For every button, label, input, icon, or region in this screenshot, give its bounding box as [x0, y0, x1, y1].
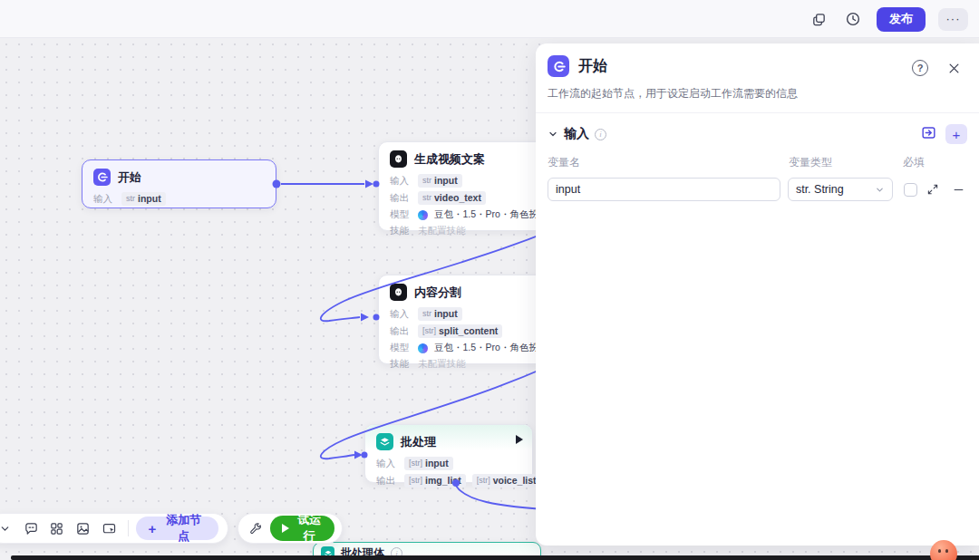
- required-checkbox[interactable]: [904, 183, 917, 197]
- mascot-eye: [945, 549, 948, 553]
- doubao-model-icon: [390, 150, 407, 168]
- run-toolbar: 试运行: [237, 513, 343, 544]
- start-node-config-panel: 开始 ? 工作流的起始节点，用于设定启动工作流需要的信息 输入 i + 变量名 …: [536, 43, 979, 546]
- plus-icon: +: [149, 521, 157, 536]
- skill-status: 未配置技能: [418, 225, 466, 237]
- row-label: 模型: [390, 342, 412, 354]
- node-start[interactable]: 开始 输入 strinput: [82, 159, 276, 208]
- column-required: 必填: [903, 155, 948, 170]
- panel-description: 工作流的起始节点，用于设定启动工作流需要的信息: [536, 77, 979, 113]
- var-chip: strinput: [418, 174, 462, 188]
- var-chip: strvideo_text: [418, 191, 486, 205]
- row-label: 输出: [390, 325, 412, 338]
- start-node-icon: [548, 55, 569, 77]
- batch-import-button[interactable]: [918, 124, 938, 144]
- play-icon: [282, 524, 289, 533]
- input-section-title: 输入: [564, 126, 589, 142]
- info-icon: i: [595, 129, 606, 140]
- collapse-chevron-icon[interactable]: [0, 517, 16, 540]
- test-run-button[interactable]: 试运行: [270, 516, 334, 541]
- var-chip: [str]input: [404, 457, 453, 470]
- copy-icon[interactable]: [808, 8, 829, 30]
- node-generate-video-copy[interactable]: 生成视频文案 输入 strinput 输出 strvideo_text 模型 豆…: [378, 141, 552, 231]
- workflow-editor: 开始 输入 strinput 生成视频文案 输入 strinput 输出 str…: [0, 0, 979, 560]
- variable-type-select[interactable]: str. String: [788, 178, 893, 201]
- row-label: 输入: [376, 458, 398, 470]
- row-label: 技能: [390, 358, 412, 371]
- start-node-icon: [93, 169, 111, 186]
- node-batch[interactable]: 批处理 输入 [str]input 输出 [str]img_list [str]…: [364, 424, 533, 483]
- chevron-down-icon[interactable]: [548, 129, 558, 140]
- node-title: 开始: [118, 169, 141, 186]
- node-content-split[interactable]: 内容分割 输入 strinput 输出 [str]split_content 模…: [378, 275, 552, 364]
- row-label: 输出: [390, 192, 412, 205]
- assistant-mascot[interactable]: [930, 540, 957, 560]
- variable-row: str. String: [536, 174, 979, 205]
- column-variable-name: 变量名: [548, 155, 789, 170]
- add-node-button[interactable]: + 添加节点: [136, 517, 218, 540]
- window-edge: [11, 555, 979, 560]
- remove-variable-icon[interactable]: [949, 180, 967, 198]
- comment-icon[interactable]: [20, 517, 43, 540]
- row-label: 输入: [390, 175, 412, 188]
- var-chip: [str]split_content: [418, 324, 502, 338]
- row-label: 技能: [390, 225, 412, 237]
- mascot-eye: [938, 549, 941, 553]
- expand-icon[interactable]: [925, 180, 943, 198]
- more-button[interactable]: ···: [938, 8, 968, 31]
- model-logo-icon: [418, 210, 428, 220]
- column-variable-type: 变量类型: [789, 155, 903, 170]
- row-label: 输入: [390, 308, 412, 321]
- model-logo-icon: [418, 343, 428, 353]
- var-chip: strinput: [418, 307, 462, 321]
- row-label: 模型: [390, 208, 412, 221]
- doubao-model-icon: [390, 284, 407, 301]
- node-title: 生成视频文案: [414, 151, 485, 168]
- add-variable-button[interactable]: +: [945, 124, 967, 144]
- publish-button[interactable]: 发布: [877, 7, 926, 32]
- layout-grid-icon[interactable]: [45, 517, 68, 540]
- panel-title: 开始: [578, 57, 607, 76]
- var-chip: [str]voice_list: [472, 474, 541, 488]
- node-title: 批处理: [401, 434, 436, 450]
- node-title: 内容分割: [414, 285, 461, 301]
- close-icon[interactable]: [943, 57, 964, 79]
- image-icon[interactable]: [72, 517, 94, 540]
- top-toolbar: 发布 ···: [0, 0, 979, 38]
- model-name: 豆包・1.5・Pro・角色扮演: [434, 342, 548, 354]
- chevron-down-icon: [875, 185, 885, 195]
- canvas-toolbar: + 添加节点: [0, 513, 228, 544]
- var-chip: [str]img_list: [404, 474, 466, 488]
- divider: [128, 520, 129, 536]
- wrench-icon[interactable]: [246, 517, 265, 540]
- screen-capture-icon[interactable]: [98, 517, 121, 540]
- history-icon[interactable]: [842, 8, 864, 30]
- variable-name-input[interactable]: [548, 178, 780, 201]
- node-run-icon[interactable]: [516, 435, 523, 444]
- batch-layers-icon: [376, 433, 393, 450]
- var-chip: strinput: [121, 192, 166, 206]
- help-icon[interactable]: ?: [912, 60, 928, 76]
- row-label: 输出: [376, 475, 398, 488]
- row-label: 输入: [93, 193, 115, 206]
- skill-status: 未配置技能: [418, 358, 466, 371]
